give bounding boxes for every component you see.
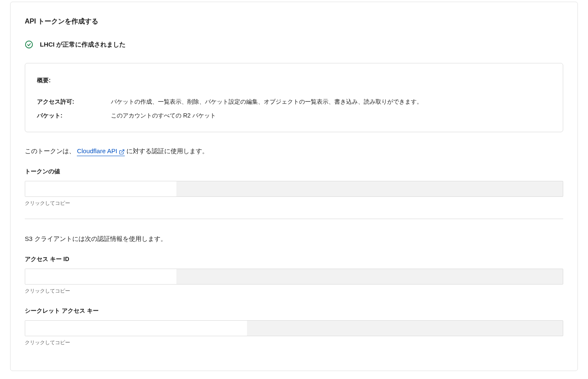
token-value-hint: クリックしてコピー (25, 199, 563, 207)
success-banner: LHCI が正常に作成されました (25, 40, 563, 50)
check-circle-icon (25, 40, 33, 49)
summary-heading: 概要: (37, 76, 551, 85)
secret-key-hint: クリックしてコピー (25, 339, 563, 346)
summary-label-bucket: バケット: (37, 111, 111, 120)
access-key-field[interactable] (25, 269, 563, 285)
token-value-block: トークンの値 クリックしてコピー (25, 167, 563, 207)
access-key-masked (25, 269, 176, 284)
s3-section-text: S3 クライアントには次の認証情報を使用します。 (25, 234, 563, 244)
svg-line-1 (121, 150, 124, 152)
secret-key-masked (25, 321, 247, 336)
svg-point-0 (26, 41, 33, 48)
token-desc-prefix: このトークンは、 (25, 147, 75, 154)
access-key-block: アクセス キー ID クリックしてコピー (25, 255, 563, 295)
secret-key-block: シークレット アクセス キー クリックしてコピー (25, 306, 563, 346)
token-value-masked (25, 181, 176, 196)
summary-value-bucket: このアカウントのすべての R2 バケット (111, 111, 216, 120)
secret-key-field[interactable] (25, 320, 563, 336)
summary-box: 概要: アクセス許可: バケットの作成、一覧表示、削除、バケット設定の編集、オブ… (25, 63, 563, 132)
cloudflare-api-link-text: Cloudflare API (77, 146, 117, 156)
cloudflare-api-link[interactable]: Cloudflare API (77, 146, 125, 157)
summary-row-bucket: バケット: このアカウントのすべての R2 バケット (37, 111, 551, 120)
summary-row-permissions: アクセス許可: バケットの作成、一覧表示、削除、バケット設定の編集、オブジェクト… (37, 97, 551, 106)
secret-key-label: シークレット アクセス キー (25, 306, 563, 315)
external-link-icon (119, 148, 125, 154)
divider (25, 219, 563, 219)
create-api-token-card: API トークンを作成する LHCI が正常に作成されました 概要: アクセス許… (10, 2, 578, 371)
access-key-label: アクセス キー ID (25, 255, 563, 264)
summary-value-permissions: バケットの作成、一覧表示、削除、バケット設定の編集、オブジェクトの一覧表示、書き… (111, 97, 423, 106)
success-message: LHCI が正常に作成されました (40, 40, 126, 50)
token-value-label: トークンの値 (25, 167, 563, 176)
token-value-field[interactable] (25, 181, 563, 197)
summary-label-permissions: アクセス許可: (37, 97, 111, 106)
access-key-hint: クリックしてコピー (25, 287, 563, 295)
token-description: このトークンは、 Cloudflare API に対する認証に使用します。 (25, 146, 563, 157)
token-desc-suffix: に対する認証に使用します。 (125, 147, 208, 154)
page-title: API トークンを作成する (25, 16, 563, 26)
